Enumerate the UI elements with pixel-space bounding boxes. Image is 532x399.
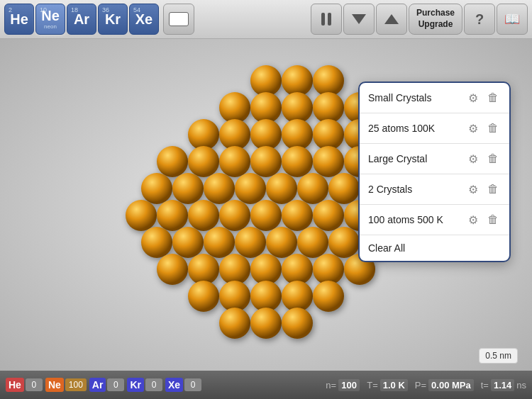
kr-label: Kr <box>127 378 144 392</box>
svg-point-6 <box>313 92 344 123</box>
menu-item-small-crystals[interactable]: Small Crystals ⚙ 🗑 <box>360 83 509 113</box>
xe-atomic-num: 54 <box>133 6 140 13</box>
trash-icon-large[interactable]: 🗑 <box>485 151 501 167</box>
arrow-up-icon <box>384 14 399 24</box>
gear-icon-large[interactable]: ⚙ <box>465 151 481 167</box>
small-crystals-icons: ⚙ 🗑 <box>465 90 501 106</box>
svg-point-5 <box>282 92 313 123</box>
svg-point-26 <box>235 173 266 204</box>
element-ne-button[interactable]: 10 Ne neon <box>35 4 65 35</box>
help-button[interactable]: ? <box>464 4 495 35</box>
svg-point-11 <box>282 119 313 150</box>
large-crystal-label: Large Crystal <box>368 153 465 164</box>
time-value: 1.14 <box>491 379 514 391</box>
element-he-button[interactable]: 2 He <box>4 4 34 35</box>
svg-point-12 <box>313 119 344 150</box>
menu-item-clear-all[interactable]: Clear All <box>360 235 509 261</box>
svg-point-36 <box>282 200 313 231</box>
status-he: He 0 <box>6 378 43 392</box>
he-label: He <box>6 378 24 392</box>
trash-icon-100atoms[interactable]: 🗑 <box>485 212 501 227</box>
kr-count: 0 <box>145 378 162 391</box>
ne-count: 100 <box>65 378 87 391</box>
gear-icon-small[interactable]: ⚙ <box>465 90 481 106</box>
p-field: P= 0.00 MPa <box>415 379 474 391</box>
pause-button[interactable] <box>311 4 342 35</box>
svg-point-29 <box>328 173 360 204</box>
main-area: 0.5 nm Small Crystals ⚙ 🗑 25 atoms 100K … <box>0 39 532 371</box>
n-value: 100 <box>338 379 360 391</box>
gear-icon-25atoms[interactable]: ⚙ <box>465 120 481 136</box>
square-icon <box>169 12 189 26</box>
element-ar-button[interactable]: 18 Ar <box>67 4 96 35</box>
svg-point-32 <box>157 200 188 231</box>
svg-point-25 <box>204 173 235 204</box>
100atoms-icons: ⚙ 🗑 <box>465 212 501 227</box>
ne-atomic-num: 10 <box>40 6 47 13</box>
small-crystals-label: Small Crystals <box>368 92 465 103</box>
element-kr-button[interactable]: 36 Kr <box>98 4 128 35</box>
svg-point-44 <box>297 227 328 258</box>
svg-point-16 <box>188 146 219 177</box>
svg-point-59 <box>219 308 250 339</box>
xe-count: 0 <box>184 378 201 391</box>
gear-icon-2crystals[interactable]: ⚙ <box>465 181 481 197</box>
svg-point-8 <box>188 119 219 150</box>
trash-icon-2crystals[interactable]: 🗑 <box>485 181 501 197</box>
he-atomic-num: 2 <box>9 6 12 13</box>
ar-atomic-num: 18 <box>71 6 78 13</box>
menu-item-2crystals[interactable]: 2 Crystals ⚙ 🗑 <box>360 174 509 205</box>
arrow-up-button[interactable] <box>376 4 407 35</box>
trash-icon-small[interactable]: 🗑 <box>485 90 501 106</box>
purchase-upgrade-button[interactable]: Purchase Upgrade <box>409 4 462 35</box>
svg-point-54 <box>188 281 219 312</box>
large-crystal-icons: ⚙ 🗑 <box>465 151 501 167</box>
p-value: 0.00 MPa <box>428 379 474 391</box>
svg-point-48 <box>188 254 219 285</box>
status-ar: Ar 0 <box>89 378 125 392</box>
status-kr: Kr 0 <box>127 378 162 392</box>
status-xe: Xe 0 <box>165 378 201 392</box>
square-button[interactable] <box>163 4 194 35</box>
svg-point-35 <box>250 200 282 231</box>
status-ne: Ne 100 <box>45 378 87 392</box>
clear-all-label: Clear All <box>368 242 501 254</box>
svg-point-15 <box>157 146 188 177</box>
svg-point-27 <box>266 173 297 204</box>
svg-point-45 <box>328 227 360 258</box>
25atoms-label: 25 atoms 100K <box>368 123 465 134</box>
he-count: 0 <box>26 378 43 391</box>
svg-point-57 <box>282 281 313 312</box>
svg-point-33 <box>188 200 219 231</box>
t-label: T= <box>367 380 378 390</box>
n-field: n= 100 <box>326 379 360 391</box>
question-icon: ? <box>475 11 484 28</box>
svg-point-17 <box>219 146 250 177</box>
svg-point-19 <box>282 146 313 177</box>
pause-icon <box>321 13 331 26</box>
dropdown-menu: Small Crystals ⚙ 🗑 25 atoms 100K ⚙ 🗑 Lar… <box>358 82 511 262</box>
2crystals-icons: ⚙ 🗑 <box>465 181 501 197</box>
svg-point-37 <box>313 200 344 231</box>
scale-bar: 0.5 nm <box>479 348 518 364</box>
book-icon: 📖 <box>504 11 520 27</box>
svg-point-31 <box>126 200 157 231</box>
n-label: n= <box>326 380 336 390</box>
trash-icon-25atoms[interactable]: 🗑 <box>485 120 501 136</box>
svg-point-60 <box>250 308 282 339</box>
svg-point-10 <box>250 119 282 150</box>
menu-item-25atoms[interactable]: 25 atoms 100K ⚙ 🗑 <box>360 113 509 144</box>
menu-item-100atoms[interactable]: 100 atoms 500 K ⚙ 🗑 <box>360 205 509 235</box>
time-label: t= <box>481 380 489 390</box>
toolbar: 2 He 10 Ne neon 18 Ar 36 Kr 54 Xe <box>0 0 532 39</box>
svg-point-24 <box>172 173 204 204</box>
element-xe-button[interactable]: 54 Xe <box>129 4 159 35</box>
svg-point-2 <box>313 65 344 96</box>
gear-icon-100atoms[interactable]: ⚙ <box>465 212 481 227</box>
svg-point-1 <box>282 65 313 96</box>
svg-point-56 <box>250 281 282 312</box>
arrow-down-button[interactable] <box>343 4 375 35</box>
book-button[interactable]: 📖 <box>497 4 528 35</box>
purchase-label: Purchase Upgrade <box>416 8 455 30</box>
menu-item-large-crystal[interactable]: Large Crystal ⚙ 🗑 <box>360 144 509 174</box>
